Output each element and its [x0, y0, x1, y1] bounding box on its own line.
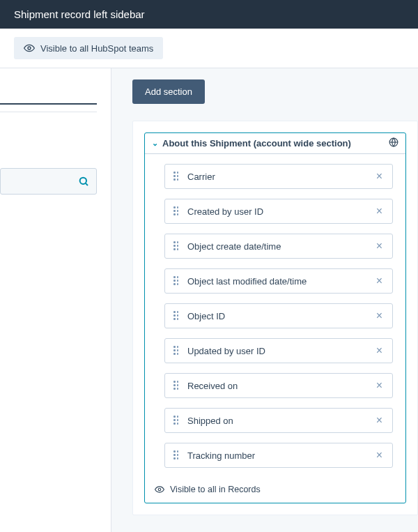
property-list: Carrier×Created by user ID×Object create… [145, 154, 405, 482]
globe-icon [389, 137, 398, 147]
drag-handle-icon[interactable] [173, 311, 179, 321]
section-title: About this Shipment (account wide sectio… [162, 138, 351, 149]
editor-area: Add section ⌄ About this Shipment (accou… [111, 68, 418, 532]
drag-handle-icon[interactable] [173, 206, 179, 216]
drag-handle-icon[interactable] [173, 346, 179, 356]
svg-point-0 [28, 47, 31, 50]
eye-icon [155, 485, 164, 494]
remove-property-icon[interactable]: × [375, 171, 384, 182]
chevron-down-icon: ⌄ [152, 139, 158, 148]
property-label: Object last modified date/time [187, 276, 307, 287]
globe-icon-wrap [389, 137, 398, 149]
remove-property-icon[interactable]: × [375, 450, 384, 461]
eye-icon [24, 43, 35, 54]
property-item[interactable]: Object ID× [164, 303, 393, 328]
property-item[interactable]: Shipped on× [164, 408, 393, 433]
property-label: Object create date/time [187, 241, 281, 252]
svg-point-1 [80, 178, 86, 184]
visibility-label: Visible to all HubSpot teams [40, 43, 153, 54]
content-row: Add section ⌄ About this Shipment (accou… [0, 68, 418, 532]
section-footer: Visible to all in Records [145, 482, 405, 494]
search-icon [78, 176, 89, 187]
sidebar-divider-active [0, 103, 97, 105]
sidebar-divider [0, 112, 97, 112]
drag-handle-icon[interactable] [173, 276, 179, 286]
section-footer-label: Visible to all in Records [170, 485, 261, 494]
add-section-button[interactable]: Add section [132, 79, 205, 104]
remove-property-icon[interactable]: × [375, 275, 384, 287]
drag-handle-icon[interactable] [173, 416, 179, 425]
drag-handle-icon[interactable] [173, 241, 179, 251]
property-item[interactable]: Received on× [164, 373, 393, 398]
property-item[interactable]: Tracking number× [164, 443, 393, 468]
drag-handle-icon[interactable] [173, 450, 179, 460]
section-card: ⌄ About this Shipment (account wide sect… [132, 121, 418, 515]
remove-property-icon[interactable]: × [375, 415, 384, 426]
property-label: Shipped on [187, 416, 233, 426]
property-item[interactable]: Created by user ID× [164, 199, 393, 224]
property-item[interactable]: Updated by user ID× [164, 338, 393, 363]
search-input[interactable] [0, 168, 97, 195]
remove-property-icon[interactable]: × [375, 241, 384, 252]
property-item[interactable]: Object create date/time× [164, 234, 393, 259]
property-item[interactable]: Object last modified date/time× [164, 268, 393, 294]
remove-property-icon[interactable]: × [375, 206, 384, 217]
remove-property-icon[interactable]: × [375, 310, 384, 321]
property-label: Carrier [187, 172, 215, 182]
page-title: Shipment record left sidebar [14, 8, 145, 20]
property-label: Received on [187, 381, 238, 391]
svg-point-5 [158, 488, 161, 491]
section-header[interactable]: ⌄ About this Shipment (account wide sect… [145, 133, 405, 154]
remove-property-icon[interactable]: × [375, 380, 384, 391]
property-label: Object ID [187, 311, 225, 321]
svg-line-2 [86, 183, 88, 185]
section-box: ⌄ About this Shipment (account wide sect… [144, 132, 406, 503]
page-header: Shipment record left sidebar [0, 0, 418, 29]
property-label: Tracking number [187, 450, 255, 461]
drag-handle-icon[interactable] [173, 381, 179, 390]
remove-property-icon[interactable]: × [375, 345, 384, 356]
visibility-chip[interactable]: Visible to all HubSpot teams [14, 37, 163, 59]
visibility-bar: Visible to all HubSpot teams [0, 29, 418, 68]
property-item[interactable]: Carrier× [164, 164, 393, 189]
drag-handle-icon[interactable] [173, 172, 179, 181]
left-sidebar-panel [0, 68, 111, 532]
property-label: Updated by user ID [187, 346, 265, 356]
property-label: Created by user ID [187, 206, 263, 217]
